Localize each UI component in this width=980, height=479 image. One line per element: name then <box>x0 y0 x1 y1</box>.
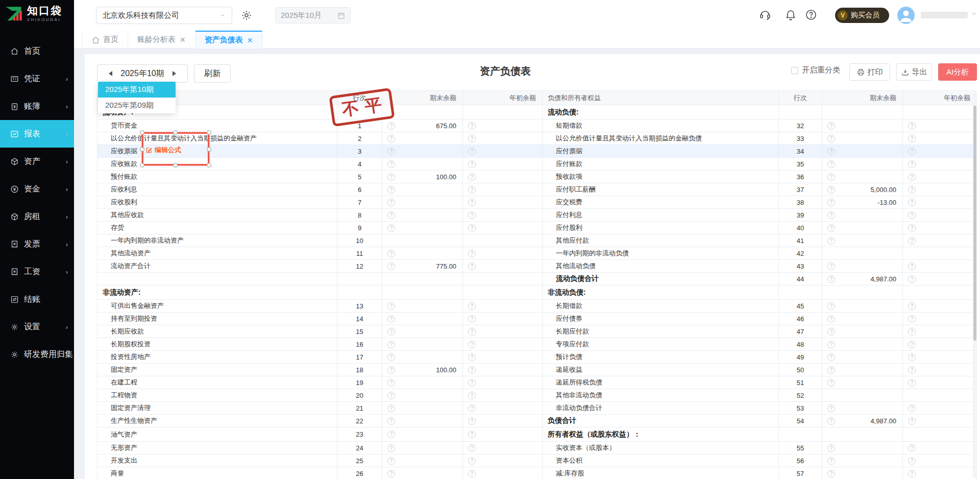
question-help-icon[interactable]: ? <box>468 392 476 399</box>
question-help-icon[interactable]: ? <box>387 122 395 130</box>
question-help-icon[interactable]: ? <box>387 353 395 361</box>
selection-handle[interactable] <box>173 130 178 135</box>
question-help-icon[interactable]: ? <box>827 379 835 387</box>
sidebar-item-rnd-collect[interactable]: 研发费用归集› <box>0 341 74 368</box>
question-help-icon[interactable]: ? <box>908 417 916 425</box>
question-help-icon[interactable]: ? <box>827 444 835 452</box>
question-help-icon[interactable]: ? <box>908 148 916 155</box>
question-help-icon[interactable]: ? <box>468 417 476 425</box>
global-period-input[interactable]: 2025年10月 <box>275 7 351 23</box>
question-help-icon[interactable]: ? <box>827 160 835 168</box>
question-help-icon[interactable]: ? <box>908 186 916 194</box>
selection-handle[interactable] <box>140 130 144 135</box>
table-row[interactable]: 在建工程19??递延所得税负债51?? <box>97 376 976 389</box>
scrollbar-thumb[interactable] <box>973 106 976 341</box>
reclassify-checkbox[interactable] <box>791 67 798 74</box>
close-icon[interactable]: ✕ <box>247 36 253 44</box>
table-row[interactable]: 预付账款5?100.00?预收款项36?? <box>97 171 976 183</box>
close-icon[interactable]: ✕ <box>180 36 186 44</box>
sidebar-item-rent[interactable]: 房租› <box>0 203 74 230</box>
buy-vip-button[interactable]: V 购买会员 <box>835 8 889 23</box>
question-help-icon[interactable]: ? <box>827 237 835 245</box>
table-row[interactable]: 工程物资20??其他非流动负债52 <box>97 389 976 402</box>
question-help-icon[interactable]: ? <box>468 457 476 465</box>
question-help-icon[interactable]: ? <box>468 173 476 181</box>
question-help-icon[interactable]: ? <box>387 366 395 374</box>
question-help-icon[interactable]: ? <box>387 315 395 323</box>
question-help-icon[interactable]: ? <box>827 199 835 206</box>
sidebar-item-home[interactable]: 首页 <box>0 37 74 65</box>
tab-aging-report[interactable]: 账龄分析表✕ <box>128 31 195 49</box>
sidebar-item-settlement[interactable]: 结账 <box>0 285 74 313</box>
question-help-icon[interactable]: ? <box>468 199 476 206</box>
question-help-icon[interactable]: ? <box>387 173 395 181</box>
question-help-icon[interactable]: ? <box>827 328 835 336</box>
table-row[interactable]: 长期应收款15??长期应付款47?? <box>97 325 976 338</box>
table-row[interactable]: 持有至到期投资14??应付债券46?? <box>97 313 976 325</box>
period-selector[interactable]: 2025年10期 <box>97 64 188 83</box>
vertical-scrollbar[interactable] <box>973 90 977 478</box>
question-help-icon[interactable]: ? <box>908 328 916 336</box>
ai-analysis-button[interactable]: AI分析 <box>938 63 977 81</box>
question-help-icon[interactable]: ? <box>827 148 835 155</box>
question-help-icon[interactable]: ? <box>908 173 916 181</box>
question-help-icon[interactable]: ? <box>468 224 476 232</box>
table-row[interactable]: 非流动资产:非流动负债: <box>97 285 976 300</box>
user-menu-chevron-icon[interactable] <box>971 11 977 17</box>
table-row[interactable]: 生产性生物资产22??负债合计54?4,987.00? <box>97 415 976 427</box>
sidebar-item-settings[interactable]: 设置› <box>0 313 74 341</box>
app-logo[interactable]: 知口袋 ZHIKOUDAI <box>4 4 62 23</box>
question-help-icon[interactable]: ? <box>387 392 395 399</box>
question-help-icon[interactable]: ? <box>387 211 395 219</box>
question-help-icon[interactable]: ? <box>468 366 476 374</box>
question-help-icon[interactable]: ? <box>387 430 395 438</box>
table-row[interactable]: 应收票据3??应付票据34?? <box>97 145 976 158</box>
question-help-icon[interactable]: ? <box>468 315 476 323</box>
question-help-icon[interactable]: ? <box>827 341 835 348</box>
support-headset-icon[interactable] <box>759 9 771 21</box>
table-row[interactable]: 其他流动资产11??一年内到期的非流动负债42 <box>97 247 976 260</box>
question-help-icon[interactable]: ? <box>827 224 835 232</box>
question-help-icon[interactable]: ? <box>468 160 476 168</box>
table-row[interactable]: 固定资产18?100.00?递延收益50?? <box>97 364 976 376</box>
avatar[interactable] <box>897 7 915 24</box>
question-help-icon[interactable]: ? <box>827 404 835 412</box>
refresh-button[interactable]: 刷新 <box>194 64 231 83</box>
question-help-icon[interactable]: ? <box>387 199 395 206</box>
question-help-icon[interactable]: ? <box>387 250 395 257</box>
question-help-icon[interactable]: ? <box>827 470 835 477</box>
question-help-icon[interactable]: ? <box>827 353 835 361</box>
selection-handle[interactable] <box>140 163 144 167</box>
question-help-icon[interactable]: ? <box>908 444 916 452</box>
question-help-icon[interactable]: ? <box>827 417 835 425</box>
notifications-bell-icon[interactable] <box>785 9 797 21</box>
question-help-icon[interactable]: ? <box>908 275 916 283</box>
table-row[interactable]: 固定资产清理21??非流动负债合计53?? <box>97 402 976 415</box>
question-help-icon[interactable]: ? <box>387 262 395 270</box>
question-help-icon[interactable]: ? <box>468 135 476 142</box>
question-help-icon[interactable]: ? <box>827 275 835 283</box>
question-help-icon[interactable]: ? <box>908 237 916 245</box>
table-row[interactable]: 无形资产24??实收资本（或股本）55?? <box>97 442 976 454</box>
help-icon[interactable] <box>805 9 817 21</box>
question-help-icon[interactable]: ? <box>468 341 476 348</box>
table-row[interactable]: 一年内到期的非流动资产10其他应付款41?? <box>97 234 976 247</box>
table-row[interactable]: 流动资产合计12?775.00?其他流动负债43?? <box>97 260 976 273</box>
question-help-icon[interactable]: ? <box>468 250 476 257</box>
question-help-icon[interactable]: ? <box>468 211 476 219</box>
sidebar-item-report[interactable]: 报表› <box>0 120 74 148</box>
reclassify-toggle[interactable]: 开启重分类 <box>791 65 840 75</box>
question-help-icon[interactable]: ? <box>908 341 916 348</box>
question-help-icon[interactable]: ? <box>387 341 395 348</box>
sidebar-item-ledger[interactable]: 账簿› <box>0 92 74 120</box>
question-help-icon[interactable]: ? <box>827 186 835 194</box>
question-help-icon[interactable]: ? <box>387 470 395 477</box>
sidebar-item-salary[interactable]: 工资› <box>0 258 74 285</box>
sidebar-item-funds[interactable]: 资金› <box>0 175 74 203</box>
question-help-icon[interactable]: ? <box>827 315 835 323</box>
question-help-icon[interactable]: ? <box>387 160 395 168</box>
question-help-icon[interactable]: ? <box>827 211 835 219</box>
question-help-icon[interactable]: ? <box>908 366 916 374</box>
table-row[interactable]: 应收账款4??应付账款35?? <box>97 158 976 171</box>
question-help-icon[interactable]: ? <box>908 160 916 168</box>
